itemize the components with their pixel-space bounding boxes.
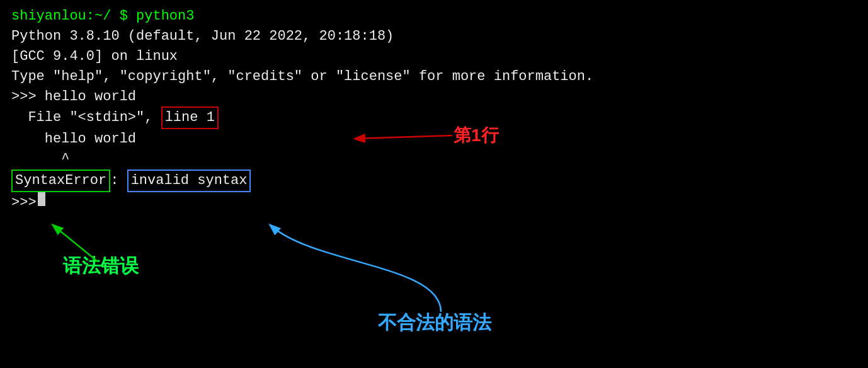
repl-prompt-2: >>> — [11, 193, 37, 213]
terminal-line-10: >>> — [11, 192, 857, 213]
terminal-line-5: >>> hello world — [11, 87, 857, 107]
terminal-line-3: [GCC 9.4.0] on linux — [11, 47, 857, 67]
terminal-window: shiyanlou:~/ $ python3 Python 3.8.10 (de… — [0, 0, 868, 368]
python-version-line: Python 3.8.10 (default, Jun 22 2022, 20:… — [11, 26, 394, 47]
annotation-syntax-error: 语法错误 — [63, 252, 139, 280]
terminal-line-9: SyntaxError: invalid syntax — [11, 170, 857, 192]
invalid-syntax-box: invalid syntax — [127, 170, 251, 192]
prompt-command: python3 — [128, 6, 195, 26]
terminal-line-6: File "<stdin>", line 1 — [11, 106, 857, 129]
repl-command-1: hello world — [45, 87, 136, 107]
repl-prompt-1: >>> — [11, 87, 45, 107]
terminal-line-4: Type "help", "copyright", "credits" or "… — [11, 67, 857, 87]
terminal-line-7: hello world — [11, 129, 857, 149]
type-help-line: Type "help", "copyright", "credits" or "… — [11, 67, 593, 87]
gcc-line: [GCC 9.4.0] on linux — [11, 47, 178, 67]
line-number-box: line 1 — [161, 106, 219, 129]
error-code-line: hello world — [11, 129, 136, 149]
syntax-error-label-box: SyntaxError — [11, 170, 110, 192]
terminal-line-2: Python 3.8.10 (default, Jun 22 2022, 20:… — [11, 26, 857, 47]
terminal-cursor — [38, 192, 45, 206]
prompt-user: shiyanlou:~/ $ — [11, 6, 128, 26]
terminal-line-1: shiyanlou:~/ $ python3 — [11, 6, 857, 26]
terminal-line-8: ^ — [11, 149, 857, 170]
annotation-line1: 第1行 — [454, 123, 499, 149]
error-colon: : — [110, 171, 127, 191]
caret-indicator: ^ — [11, 149, 69, 170]
file-line-prefix: File "<stdin>", — [11, 108, 161, 128]
annotation-illegal-syntax: 不合法的语法 — [378, 309, 491, 336]
